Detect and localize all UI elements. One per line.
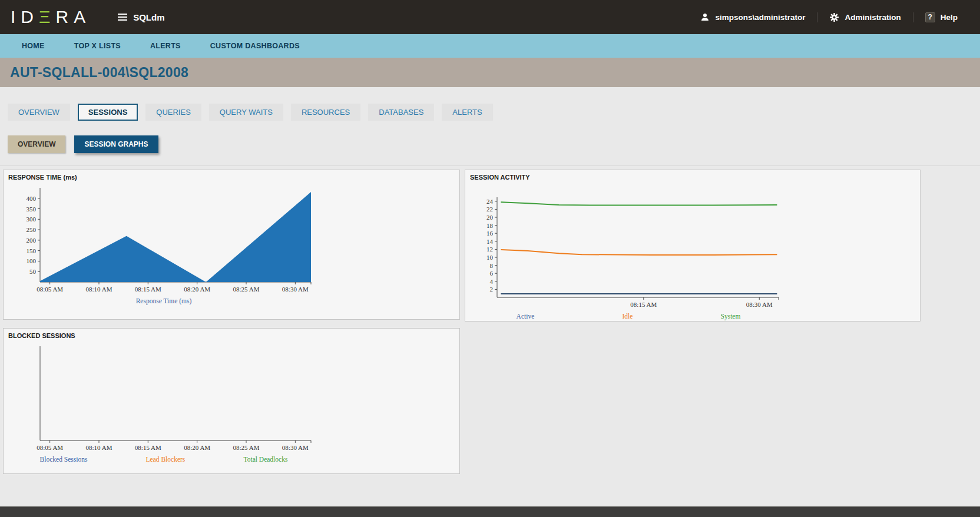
tab-overview[interactable]: OVERVIEW [8,104,70,121]
svg-text:08:20 AM: 08:20 AM [184,444,210,451]
tab-databases[interactable]: DATABASES [368,104,434,121]
legend-item: Lead Blockers [146,456,186,463]
main-navbar: HOME TOP X LISTS ALERTS CUSTOM DASHBOARD… [0,34,980,58]
legend-item: Idle [622,313,633,320]
svg-text:350: 350 [27,206,37,213]
svg-text:6: 6 [490,270,494,277]
bottom-bar [0,506,980,517]
administration-button[interactable]: Administration [817,12,912,22]
page-title: AUT-SQLALL-004\SQL2008 [10,65,188,81]
svg-text:150: 150 [27,247,37,254]
svg-text:22: 22 [486,206,493,213]
topbar: IDΞRA SQLdm simpsons\administrator [0,0,980,34]
help-icon: ? [925,12,935,22]
user-name: simpsons\administrator [715,13,805,22]
legend-item: Active [517,313,535,320]
tab-sessions[interactable]: SESSIONS [78,104,138,121]
svg-text:300: 300 [27,216,37,223]
svg-text:4: 4 [490,278,494,285]
svg-text:18: 18 [486,222,494,229]
svg-text:250: 250 [27,226,37,233]
svg-text:200: 200 [27,237,37,244]
svg-text:14: 14 [486,238,494,245]
app-window: IDΞRA SQLdm simpsons\administrator [0,0,980,517]
session-activity-panel: SESSION ACTIVITY 2468101214161820222408:… [465,170,921,322]
user-menu[interactable]: simpsons\administrator [688,12,817,22]
svg-text:12: 12 [486,246,493,253]
svg-text:08:10 AM: 08:10 AM [86,444,112,451]
charts-area: RESPONSE TIME (ms) 501001502002503003504… [0,165,980,506]
hamburger-icon [118,14,127,21]
user-icon [700,12,710,22]
app-menu[interactable]: SQLdm [118,12,164,22]
logo-text-2: RA [56,7,91,27]
subtab-overview[interactable]: OVERVIEW [8,135,65,153]
subtab-session-graphs[interactable]: SESSION GRAPHS [74,135,158,153]
svg-text:24: 24 [486,198,494,205]
svg-text:50: 50 [29,268,37,275]
nav-item-top-x-lists[interactable]: TOP X LISTS [66,42,129,50]
svg-text:16: 16 [486,230,494,237]
help-label: Help [941,13,958,22]
blocked-sessions-legend: Blocked SessionsLead BlockersTotal Deadl… [11,456,317,463]
topbar-right: simpsons\administrator Administration ? [688,12,969,22]
svg-text:100: 100 [27,257,37,264]
legend-item: Total Deadlocks [244,456,288,463]
nav-item-home[interactable]: HOME [14,42,53,50]
titlebar: AUT-SQLALL-004\SQL2008 [0,58,980,87]
gear-icon [829,12,839,22]
svg-text:08:20 AM: 08:20 AM [184,286,210,293]
svg-text:8: 8 [490,262,494,269]
session-activity-chart: 2468101214161820222408:15 AM08:30 AM [472,193,915,313]
svg-text:08:05 AM: 08:05 AM [37,286,63,293]
svg-text:08:15 AM: 08:15 AM [135,444,161,451]
svg-text:08:15 AM: 08:15 AM [630,301,657,308]
svg-text:400: 400 [27,195,37,202]
session-activity-legend: ActiveIdleSystem [472,313,784,320]
response-time-legend: Response Time (ms) [11,297,317,304]
server-tabs: OVERVIEW SESSIONS QUERIES QUERY WAITS RE… [8,104,980,121]
logo-text: ID [11,7,39,27]
svg-text:08:05 AM: 08:05 AM [37,444,63,451]
help-button[interactable]: ? Help [913,12,969,22]
svg-text:08:25 AM: 08:25 AM [233,444,260,451]
svg-text:08:30 AM: 08:30 AM [282,444,309,451]
nav-item-custom-dashboards[interactable]: CUSTOM DASHBOARDS [202,42,308,50]
chart-svg: 5010015020025030035040008:05 AM08:10 AM0… [11,183,317,295]
chart-svg: 08:05 AM08:10 AM08:15 AM08:20 AM08:25 AM… [11,342,317,453]
app-name: SQLdm [133,12,164,22]
tab-query-waits[interactable]: QUERY WAITS [209,104,283,121]
idera-logo[interactable]: IDΞRA [11,7,91,27]
svg-text:10: 10 [486,254,494,261]
tab-resources[interactable]: RESOURCES [291,104,360,121]
tab-alerts[interactable]: ALERTS [442,104,492,121]
nav-item-alerts[interactable]: ALERTS [142,42,189,50]
svg-text:08:25 AM: 08:25 AM [233,286,260,293]
legend-item: Blocked Sessions [40,456,88,463]
blocked-sessions-panel: BLOCKED SESSIONS 08:05 AM08:10 AM08:15 A… [3,328,460,474]
legend-item: System [721,313,741,320]
svg-text:08:30 AM: 08:30 AM [282,286,309,293]
svg-text:08:10 AM: 08:10 AM [86,286,112,293]
svg-text:20: 20 [486,214,494,221]
response-time-panel: RESPONSE TIME (ms) 501001502002503003504… [3,170,460,320]
blocked-sessions-chart: 08:05 AM08:10 AM08:15 AM08:20 AM08:25 AM… [11,342,455,456]
administration-label: Administration [845,13,900,22]
legend-item: Response Time (ms) [136,297,192,304]
svg-text:2: 2 [490,286,494,293]
response-time-chart: 5010015020025030035040008:05 AM08:10 AM0… [11,183,455,297]
svg-text:08:30 AM: 08:30 AM [746,301,773,308]
logo-e-glyph: Ξ [39,7,56,27]
sessions-subtabs: OVERVIEW SESSION GRAPHS [8,135,980,153]
blocked-sessions-title: BLOCKED SESSIONS [8,332,455,339]
tab-queries[interactable]: QUERIES [145,104,201,121]
response-time-title: RESPONSE TIME (ms) [8,174,455,181]
chart-svg: 2468101214161820222408:15 AM08:30 AM [472,193,784,310]
svg-text:08:15 AM: 08:15 AM [135,286,161,293]
session-activity-title: SESSION ACTIVITY [470,174,915,181]
